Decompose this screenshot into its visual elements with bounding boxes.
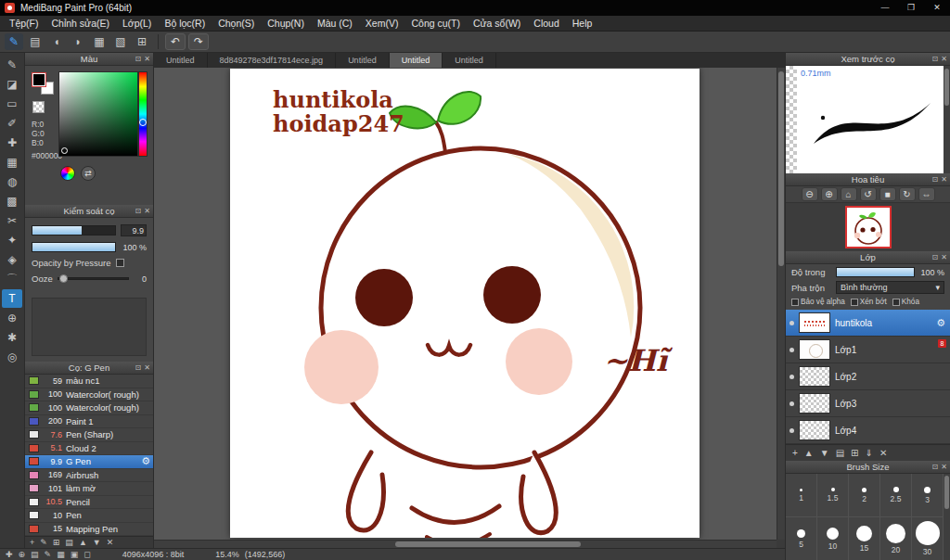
opacity-by-pressure-checkbox[interactable]: [116, 259, 124, 267]
foreground-color-swatch[interactable]: [32, 72, 46, 87]
brush-size-scrollbar[interactable]: [944, 474, 950, 560]
close-panel-icon[interactable]: ✕: [144, 205, 150, 218]
layer-item[interactable]: huntikola ⚙: [786, 310, 950, 337]
menu-item[interactable]: Cloud: [527, 16, 565, 32]
redo-button[interactable]: ↷: [188, 33, 209, 50]
rotate-reset-icon[interactable]: ■: [879, 187, 896, 201]
rotate-left-icon[interactable]: ↺: [860, 187, 877, 201]
zoom-tool[interactable]: ⊕: [2, 309, 22, 327]
document-tab[interactable]: 8d849278e3df17814ece.jpg: [208, 53, 337, 68]
ooze-slider[interactable]: [58, 277, 129, 280]
close-button[interactable]: ✕: [924, 0, 950, 16]
speech-bubble-icon[interactable]: ◗: [69, 33, 87, 50]
brush-size-option[interactable]: 5: [786, 517, 817, 560]
hue-slider[interactable]: [138, 71, 148, 157]
edit-brush-icon[interactable]: ✎: [40, 537, 47, 549]
cursor-pos-icon[interactable]: ✚: [6, 550, 13, 559]
popout-icon[interactable]: ⊡: [932, 53, 939, 66]
layer-option[interactable]: Khóa: [892, 298, 919, 306]
layer-up-icon[interactable]: ▲: [804, 448, 814, 458]
rotate-right-icon[interactable]: ↻: [899, 187, 916, 201]
eraser-tool[interactable]: ◪: [2, 75, 22, 94]
brush-item[interactable]: 169 Airbrush ⚙: [25, 469, 153, 483]
layer-option-checkbox[interactable]: [851, 299, 858, 306]
brush-size-option[interactable]: 30: [912, 517, 944, 560]
layer-settings-icon[interactable]: ⚙: [936, 317, 945, 329]
eyedropper-tool[interactable]: ◎: [2, 348, 22, 366]
fit-window-icon[interactable]: ⇔: [918, 187, 935, 201]
saturation-value-picker[interactable]: [58, 71, 138, 157]
menu-item[interactable]: Cửa sổ(W): [467, 16, 527, 32]
pen-tool[interactable]: ✎: [2, 56, 22, 74]
delete-brush-icon[interactable]: ✕: [107, 537, 114, 549]
layer-item[interactable]: Lớp1 8 ⚙: [786, 337, 950, 363]
blend-mode-select[interactable]: Bình thường ▾: [836, 281, 944, 294]
info-status-icon[interactable]: ◻: [83, 550, 90, 559]
pen-status-icon[interactable]: ✎: [45, 550, 52, 559]
horizontal-scroll-thumb[interactable]: [395, 541, 581, 547]
menu-item[interactable]: Chỉnh sửa(E): [45, 16, 116, 32]
menu-item[interactable]: Màu (C): [311, 16, 359, 32]
layer-visibility-dot[interactable]: [790, 401, 794, 406]
new-folder-icon[interactable]: ▤: [836, 448, 844, 458]
brush-size-option[interactable]: 1.5: [817, 474, 849, 517]
popout-icon[interactable]: ⊡: [135, 53, 142, 66]
layer-visibility-dot[interactable]: [790, 428, 794, 433]
minimize-button[interactable]: —: [872, 0, 898, 16]
popout-icon[interactable]: ⊡: [932, 461, 939, 474]
duplicate-layer-icon[interactable]: ⊞: [851, 448, 858, 458]
close-panel-icon[interactable]: ✕: [941, 251, 947, 264]
text-tool[interactable]: T: [2, 289, 22, 308]
brush-item[interactable]: 9.9 G Pen ⚙: [25, 455, 153, 469]
curve-tool[interactable]: ⌒: [2, 270, 22, 288]
horizontal-scrollbar[interactable]: [154, 540, 777, 548]
move-tool[interactable]: ✚: [2, 134, 22, 152]
delete-layer-icon[interactable]: ✕: [879, 448, 887, 458]
artboard[interactable]: huntikola hoidap247 ~Hĩ: [230, 69, 700, 538]
vertical-scroll-thumb[interactable]: [778, 71, 784, 266]
zoom-status-icon[interactable]: ⊕: [19, 550, 26, 559]
save-status-icon[interactable]: ▣: [71, 550, 79, 559]
close-panel-icon[interactable]: ✕: [941, 53, 947, 66]
layer-visibility-dot[interactable]: [790, 321, 794, 325]
document-tab[interactable]: Untitled: [443, 53, 496, 68]
transparent-color-swatch[interactable]: [32, 101, 45, 113]
brush-size-option[interactable]: 3: [912, 474, 944, 517]
magic-wand-tool[interactable]: ✦: [2, 231, 22, 249]
document-tab[interactable]: Untitled: [154, 53, 208, 68]
menu-item[interactable]: Xem(V): [359, 16, 405, 32]
close-panel-icon[interactable]: ✕: [941, 461, 947, 474]
merge-layer-icon[interactable]: ⇓: [866, 448, 873, 458]
ooze-knob[interactable]: [59, 274, 68, 283]
canvas-viewport[interactable]: huntikola hoidap247 ~Hĩ: [154, 68, 777, 540]
preview-scrollbar[interactable]: [944, 66, 950, 173]
menu-item[interactable]: Công cụ(T): [404, 16, 467, 32]
popout-icon[interactable]: ⊡: [932, 251, 939, 264]
zoom-reset-icon[interactable]: ⌂: [841, 187, 857, 201]
zoom-in-icon[interactable]: ⊕: [821, 187, 838, 201]
brush-item[interactable]: 5.1 Cloud 2 ⚙: [25, 442, 153, 456]
bucket-tool[interactable]: ◍: [2, 172, 22, 191]
brush-opacity-slider[interactable]: [32, 242, 116, 252]
layer-option-checkbox[interactable]: [892, 299, 900, 306]
menu-item[interactable]: Tệp(F): [3, 16, 45, 32]
comment-bubble-icon[interactable]: ◖: [47, 33, 66, 50]
brush-tool[interactable]: ✐: [2, 114, 22, 133]
maximize-button[interactable]: ❐: [898, 0, 924, 16]
layer-option[interactable]: Xén bớt: [851, 298, 887, 306]
brush-size-option[interactable]: 10: [817, 517, 849, 560]
document-tab[interactable]: Untitled: [390, 53, 443, 68]
brush-size-option[interactable]: 2.5: [880, 474, 912, 517]
new-layer-icon[interactable]: +: [792, 448, 798, 458]
layer-option[interactable]: Bảo vệ alpha: [791, 298, 845, 306]
layer-visibility-dot[interactable]: [790, 348, 794, 352]
marquee-tool[interactable]: ▭: [2, 95, 22, 113]
layer-opacity-slider[interactable]: [836, 267, 915, 277]
undo-button[interactable]: ↶: [165, 33, 186, 50]
brush-item[interactable]: 10.5 Pencil ⚙: [25, 496, 153, 510]
add-brush-icon[interactable]: +: [30, 537, 34, 549]
gradient-tool[interactable]: ▩: [2, 192, 22, 210]
doc-status-icon[interactable]: ▤: [31, 550, 39, 559]
swap-colors-icon[interactable]: ⇄: [81, 166, 96, 181]
brush-size-option[interactable]: 1: [786, 474, 817, 517]
